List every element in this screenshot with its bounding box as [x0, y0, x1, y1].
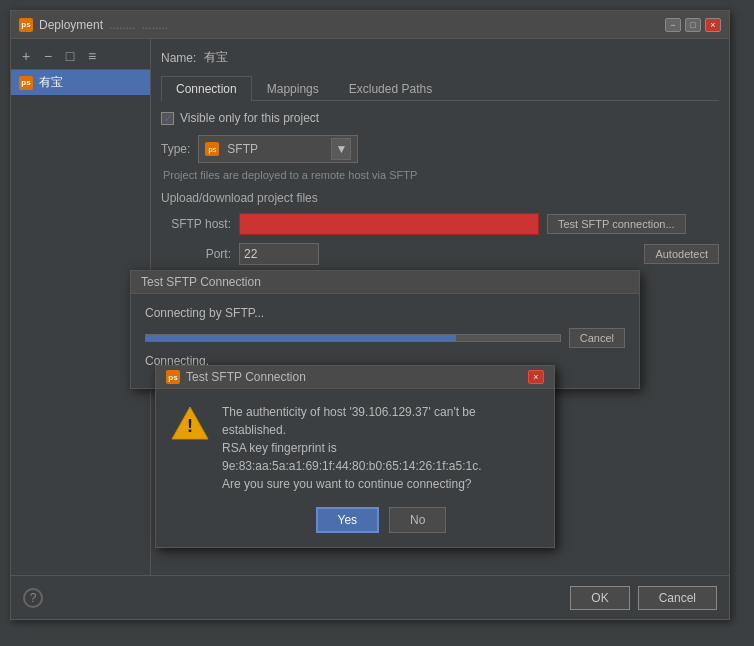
type-label: Type:: [161, 142, 190, 156]
progress-cancel-button[interactable]: Cancel: [569, 328, 625, 348]
auth-message: The authenticity of host '39.106.129.37'…: [222, 403, 540, 493]
auth-close-button[interactable]: ×: [528, 370, 544, 384]
progress-bar-row: Cancel: [145, 328, 625, 348]
tab-connection[interactable]: Connection: [161, 76, 252, 101]
autodetect-button[interactable]: Autodetect: [644, 244, 719, 264]
test-sftp-button[interactable]: Test SFTP connection...: [547, 214, 686, 234]
visible-checkbox-label: Visible only for this project: [180, 111, 319, 125]
auth-dialog-icon: ps: [166, 370, 180, 384]
name-label: Name:: [161, 51, 196, 65]
type-dropdown-arrow[interactable]: ▼: [331, 138, 351, 160]
window-title: Deployment: [39, 18, 103, 32]
visible-checkbox-row[interactable]: ✓ Visible only for this project: [161, 111, 719, 125]
sftp-host-input[interactable]: [239, 213, 539, 235]
auth-dialog: ps Test SFTP Connection × ! The authenti…: [155, 365, 555, 548]
minimize-button[interactable]: −: [665, 18, 681, 32]
yes-button[interactable]: Yes: [316, 507, 380, 533]
port-label: Port:: [161, 247, 231, 261]
copy-button[interactable]: □: [61, 47, 79, 65]
visible-checkbox[interactable]: ✓: [161, 112, 174, 125]
port-row: Port: Autodetect: [161, 243, 719, 265]
progress-dialog-title: Test SFTP Connection: [141, 275, 261, 289]
name-row: Name: 有宝: [161, 49, 719, 66]
title-bar: ps Deployment ........ ........ − □ ×: [11, 11, 729, 39]
auth-buttons: Yes No: [222, 507, 540, 533]
port-input[interactable]: [239, 243, 319, 265]
name-value: 有宝: [204, 49, 228, 66]
close-button[interactable]: ×: [705, 18, 721, 32]
sidebar-toolbar: + − □ ≡: [11, 43, 150, 70]
tabs: Connection Mappings Excluded Paths: [161, 76, 719, 101]
window-title-extra1: ........: [109, 18, 136, 32]
auth-message2: RSA key fingerprint is 9e:83:aa:5a:a1:69…: [222, 441, 482, 473]
cancel-button[interactable]: Cancel: [638, 586, 717, 610]
auth-text-area: The authenticity of host '39.106.129.37'…: [222, 403, 540, 533]
tab-mappings[interactable]: Mappings: [252, 76, 334, 101]
rename-button[interactable]: ≡: [83, 47, 101, 65]
bottom-left: ?: [23, 588, 43, 608]
type-description: Project files are deployed to a remote h…: [161, 169, 719, 181]
auth-dialog-title: Test SFTP Connection: [186, 370, 306, 384]
upload-section-label: Upload/download project files: [161, 191, 719, 205]
bottom-right: OK Cancel: [570, 586, 717, 610]
progress-status1: Connecting by SFTP...: [145, 306, 625, 320]
warning-icon: !: [170, 403, 210, 443]
app-icon: ps: [19, 18, 33, 32]
auth-content: ! The authenticity of host '39.106.129.3…: [156, 389, 554, 547]
title-bar-left: ps Deployment ........ ........: [19, 18, 168, 32]
auth-title-left: ps Test SFTP Connection: [166, 370, 306, 384]
sidebar-item-label: 有宝: [39, 74, 63, 91]
sftp-host-row: SFTP host: Test SFTP connection...: [161, 213, 719, 235]
type-select-value: SFTP: [223, 142, 327, 156]
progress-bar-fill: [146, 335, 456, 341]
auth-message1: The authenticity of host '39.106.129.37'…: [222, 405, 476, 437]
sidebar-item-youbao[interactable]: ps 有宝: [11, 70, 150, 95]
progress-title-bar: Test SFTP Connection: [131, 271, 639, 294]
window-title-extra2: ........: [142, 18, 169, 32]
no-button[interactable]: No: [389, 507, 446, 533]
svg-text:!: !: [187, 416, 193, 436]
auth-title-bar: ps Test SFTP Connection ×: [156, 366, 554, 389]
ok-button[interactable]: OK: [570, 586, 629, 610]
bottom-bar: ? OK Cancel: [11, 575, 729, 619]
progress-bar-bg: [145, 334, 561, 342]
auth-message3: Are you sure you want to continue connec…: [222, 477, 472, 491]
type-select[interactable]: ps SFTP ▼: [198, 135, 358, 163]
type-row: Type: ps SFTP ▼: [161, 135, 719, 163]
tab-excluded-paths[interactable]: Excluded Paths: [334, 76, 447, 101]
sidebar-item-icon: ps: [19, 76, 33, 90]
remove-button[interactable]: −: [39, 47, 57, 65]
maximize-button[interactable]: □: [685, 18, 701, 32]
help-button[interactable]: ?: [23, 588, 43, 608]
sftp-host-label: SFTP host:: [161, 217, 231, 231]
type-select-icon: ps: [205, 142, 219, 156]
title-bar-controls: − □ ×: [665, 18, 721, 32]
add-button[interactable]: +: [17, 47, 35, 65]
